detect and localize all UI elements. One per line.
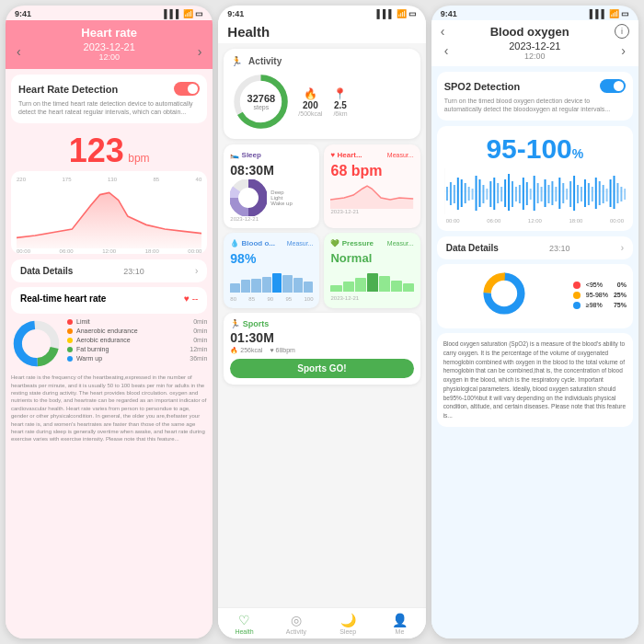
pressure-card: 💚 Pressure Measur... Normal 2023-12-21 (324, 233, 420, 308)
nav-date-1: 2023-12-21 (84, 41, 135, 52)
spo2-time-labels: 00:00 06:00 12:00 18:00 00:00 (444, 218, 626, 224)
zone-dot-warmup (67, 356, 73, 362)
nav-activity[interactable]: ◎ Activity (270, 613, 322, 635)
status-bar-3: 9:41 ▌▌▌ 📶 ▭ (431, 6, 638, 20)
info-button[interactable]: i (615, 24, 629, 39)
steps-label: steps (247, 104, 276, 110)
date-forward-3[interactable]: › (621, 43, 626, 58)
chart-y-labels: 220 175 130 85 40 (17, 177, 201, 182)
sports-heart: ♥ 68bpm (270, 347, 295, 354)
forward-arrow-1[interactable]: › (198, 44, 202, 59)
sports-title: 🏃 Sports (230, 319, 269, 328)
svg-rect-56 (609, 179, 611, 207)
legend-dot-lt95 (573, 282, 581, 289)
legend-lt95: <95% 0% (573, 282, 627, 289)
spo2-big-value: 95-100% (444, 133, 626, 165)
legend-dot-95-98 (573, 292, 581, 299)
pressure-date: 2023-12-21 (330, 295, 413, 301)
battery-icon-2: ▭ (408, 9, 417, 18)
realtime-header: Real-time heart rate ♥ -- (20, 293, 198, 304)
svg-rect-11 (446, 187, 448, 201)
zone-dot-anaerobic (67, 328, 73, 334)
distance-icon: 📍 (333, 87, 347, 100)
detection-toggle[interactable] (174, 82, 200, 96)
heart-header: ♥ Heart... Measur... (330, 151, 413, 159)
signal-icon: ▌▌▌ (164, 9, 181, 18)
zone-warmup: Warm up 36min (67, 355, 207, 362)
back-arrow-1[interactable]: ‹ (17, 44, 21, 59)
svg-rect-17 (467, 187, 469, 201)
blood-card: 💧 Blood o... Measur... 98% 8085 90951 (224, 233, 319, 308)
signal-icon-3: ▌▌▌ (590, 9, 607, 18)
spo2-toggle[interactable] (600, 79, 626, 93)
content-1: Heart Rate Detection Turn on the timed h… (6, 69, 213, 638)
sleep-nav-icon: 🌙 (340, 613, 356, 627)
svg-rect-42 (558, 178, 560, 209)
bpm-value: 123 (69, 132, 124, 169)
nav-sleep[interactable]: 🌙 Sleep (322, 613, 374, 635)
calories-icon: 🔥 (298, 87, 322, 100)
svg-rect-57 (613, 176, 615, 209)
detection-header: Heart Rate Detection (18, 82, 200, 96)
svg-rect-49 (584, 179, 586, 207)
heart-action[interactable]: Measur... (387, 152, 414, 158)
wifi-icon-3: 📶 (609, 9, 619, 18)
zone-anaerobic: Anaerobic endurance 0min (67, 328, 207, 334)
svg-rect-35 (533, 176, 535, 211)
sports-stats: 🔥 256kcal ♥ 68bpm (230, 347, 413, 354)
heart-card: ♥ Heart... Measur... 68 bpm 2023-12-21 (324, 144, 420, 228)
date-back-3[interactable]: ‹ (444, 43, 449, 58)
sports-go-button[interactable]: Sports GO! (230, 359, 413, 378)
status-time-3: 9:41 (441, 9, 457, 18)
blood-date: 2023-12-21 (509, 40, 560, 52)
activity-nav-label: Activity (286, 628, 306, 635)
ring-center: 32768 steps (247, 94, 276, 110)
battery-icon-3: ▭ (621, 9, 629, 18)
zones-list: Limit 0min Anaerobic endurance 0min Aero… (67, 318, 207, 369)
svg-rect-53 (598, 181, 600, 205)
svg-rect-24 (493, 178, 495, 210)
nav-health[interactable]: ♡ Health (218, 613, 270, 635)
heart-icon: ♥ -- (184, 293, 198, 304)
zone-dot-fat (67, 347, 73, 352)
activity-icon: 🏃 (231, 56, 242, 66)
svg-rect-50 (588, 183, 590, 205)
bar-3 (251, 279, 260, 293)
heart-title: ♥ Heart... (330, 151, 362, 159)
svg-rect-54 (602, 185, 604, 203)
status-time-2: 9:41 (227, 9, 244, 18)
pressure-action[interactable]: Measur... (387, 240, 414, 247)
nav-me[interactable]: 👤 Me (374, 613, 425, 635)
bar-5 (272, 273, 282, 293)
svg-rect-25 (497, 183, 499, 203)
wifi-icon-2: 📶 (397, 9, 407, 18)
spo2-value-card: 95-100% (437, 126, 633, 231)
steps-value: 32768 (247, 94, 276, 104)
blood-action[interactable]: Measur... (287, 240, 314, 247)
blood-value: 98% (230, 251, 313, 266)
donut-chart (11, 318, 62, 369)
nav-time-1: 12:00 (84, 52, 135, 62)
phone-health: 9:41 ▌▌▌ 📶 ▭ Health 🏃 Activity (218, 6, 425, 638)
detection-card: Heart Rate Detection Turn on the timed h… (11, 75, 207, 123)
content-3: SPO2 Detection Turn on the timed blood o… (431, 66, 638, 638)
header-2: Health (218, 20, 425, 43)
chart-area (17, 184, 201, 248)
calories-target: /500kcal (298, 110, 322, 117)
sports-header: 🏃 Sports (230, 319, 413, 328)
header-title-1: Heart rate (9, 26, 209, 40)
chart-x-labels: 00:00 06:00 12:00 18:00 00:00 (17, 248, 201, 254)
back-arrow-3[interactable]: ‹ (441, 24, 445, 39)
svg-rect-43 (562, 183, 564, 203)
spo2-data-details[interactable]: Data Details 23:10 › (437, 236, 633, 259)
svg-rect-18 (471, 189, 473, 200)
spo2-header: SPO2 Detection (444, 79, 626, 93)
me-nav-label: Me (396, 628, 405, 635)
data-details-value: 23:10 (123, 267, 144, 276)
status-icons-3: ▌▌▌ 📶 ▭ (590, 9, 629, 18)
ring-container: 32768 steps (231, 72, 291, 132)
distance-target: /6km (333, 110, 347, 117)
svg-rect-39 (547, 185, 549, 203)
svg-rect-16 (464, 183, 466, 203)
data-details-row[interactable]: Data Details 23:10 › (11, 259, 207, 282)
